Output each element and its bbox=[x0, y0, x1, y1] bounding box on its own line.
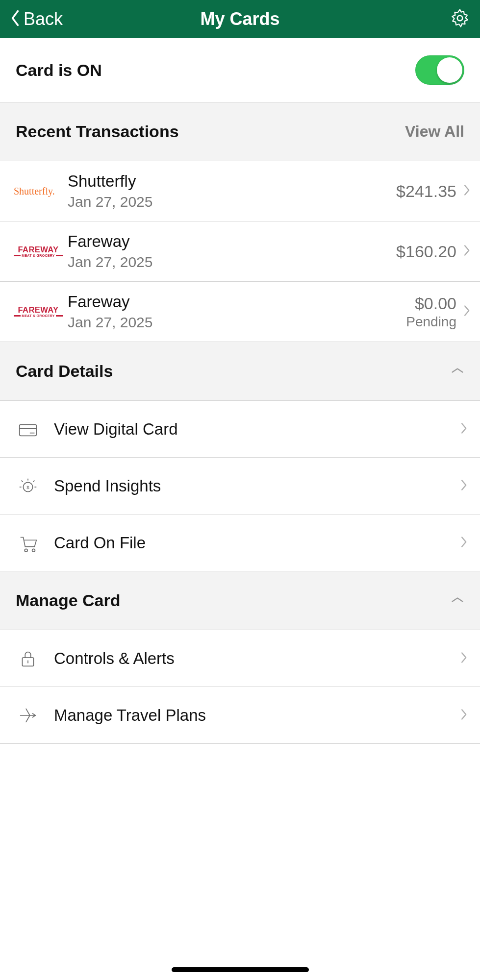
chevron-right-icon bbox=[463, 183, 471, 199]
svg-point-11 bbox=[25, 549, 27, 552]
back-button[interactable]: Back bbox=[10, 9, 63, 29]
svg-line-10 bbox=[33, 480, 35, 482]
manage-card-title: Manage Card bbox=[16, 591, 121, 610]
transaction-main: Fareway Jan 27, 2025 bbox=[68, 232, 396, 270]
merchant-logo-fareway: FAREWAY MEAT & GROCERY bbox=[14, 306, 68, 318]
transaction-date: Jan 27, 2025 bbox=[68, 314, 406, 331]
card-details-title: Card Details bbox=[16, 362, 113, 381]
cart-icon bbox=[17, 532, 54, 554]
transaction-row[interactable]: Shutterfly. Shutterfly Jan 27, 2025 $241… bbox=[0, 161, 480, 221]
view-digital-card-row[interactable]: View Digital Card bbox=[0, 401, 480, 458]
home-indicator[interactable] bbox=[172, 967, 309, 972]
toggle-knob bbox=[437, 57, 462, 83]
fareway-logo-sub: MEAT & GROCERY bbox=[22, 314, 54, 318]
recent-transactions-header: Recent Transactions View All bbox=[0, 102, 480, 161]
fareway-logo-text: FAREWAY bbox=[18, 245, 59, 254]
transaction-status: Pending bbox=[406, 314, 456, 330]
menu-label: Card On File bbox=[54, 534, 460, 552]
chevron-right-icon bbox=[460, 421, 468, 437]
plane-icon bbox=[17, 704, 54, 727]
transaction-right: $160.20 bbox=[396, 242, 471, 261]
spend-insights-row[interactable]: $ Spend Insights bbox=[0, 458, 480, 514]
merchant-logo-fareway: FAREWAY MEAT & GROCERY bbox=[14, 245, 68, 257]
card-status-label: Card is ON bbox=[16, 61, 102, 80]
card-details-header[interactable]: Card Details bbox=[0, 342, 480, 401]
transaction-main: Shutterfly Jan 27, 2025 bbox=[68, 172, 396, 210]
shutterfly-logo-text: Shutterfly. bbox=[14, 186, 55, 197]
card-icon bbox=[17, 418, 54, 441]
page-title: My Cards bbox=[200, 9, 279, 29]
chevron-right-icon bbox=[460, 708, 468, 723]
transaction-row[interactable]: FAREWAY MEAT & GROCERY Fareway Jan 27, 2… bbox=[0, 221, 480, 282]
chevron-up-icon bbox=[451, 595, 464, 607]
menu-label: Manage Travel Plans bbox=[54, 706, 460, 725]
controls-alerts-row[interactable]: Controls & Alerts bbox=[0, 630, 480, 687]
transaction-date: Jan 27, 2025 bbox=[68, 254, 396, 270]
settings-button[interactable] bbox=[450, 8, 470, 30]
menu-label: Spend Insights bbox=[54, 477, 460, 495]
chevron-right-icon bbox=[463, 304, 471, 319]
lock-icon bbox=[17, 647, 54, 670]
svg-line-9 bbox=[22, 480, 23, 482]
chevron-right-icon bbox=[460, 535, 468, 551]
transaction-merchant: Fareway bbox=[68, 232, 396, 251]
manage-card-header[interactable]: Manage Card bbox=[0, 571, 480, 630]
transaction-right: $0.00 Pending bbox=[406, 294, 471, 330]
menu-label: View Digital Card bbox=[54, 420, 460, 439]
svg-point-12 bbox=[32, 549, 35, 552]
svg-point-0 bbox=[457, 16, 463, 21]
transaction-row[interactable]: FAREWAY MEAT & GROCERY Fareway Jan 27, 2… bbox=[0, 282, 480, 342]
gear-icon bbox=[450, 22, 470, 30]
transaction-amount: $0.00 bbox=[406, 294, 456, 313]
merchant-logo-shutterfly: Shutterfly. bbox=[14, 186, 68, 197]
chevron-right-icon bbox=[460, 651, 468, 666]
card-on-file-row[interactable]: Card On File bbox=[0, 514, 480, 571]
svg-text:$: $ bbox=[26, 484, 29, 490]
transaction-merchant: Fareway bbox=[68, 293, 406, 311]
card-status-row: Card is ON bbox=[0, 38, 480, 102]
transaction-amount: $160.20 bbox=[396, 242, 456, 261]
transaction-amount: $241.35 bbox=[396, 182, 456, 201]
chevron-up-icon bbox=[451, 366, 464, 377]
view-all-link[interactable]: View All bbox=[405, 122, 464, 141]
transaction-date: Jan 27, 2025 bbox=[68, 194, 396, 210]
app-header: Back My Cards bbox=[0, 0, 480, 38]
svg-rect-1 bbox=[20, 424, 37, 436]
home-indicator-area bbox=[0, 744, 480, 980]
back-label: Back bbox=[24, 9, 63, 29]
transaction-main: Fareway Jan 27, 2025 bbox=[68, 293, 406, 331]
fareway-logo-text: FAREWAY bbox=[18, 305, 59, 314]
chevron-right-icon bbox=[463, 244, 471, 259]
transaction-merchant: Shutterfly bbox=[68, 172, 396, 191]
menu-label: Controls & Alerts bbox=[54, 649, 460, 668]
lightbulb-icon: $ bbox=[17, 475, 54, 497]
transaction-right: $241.35 bbox=[396, 182, 471, 201]
recent-transactions-title: Recent Transactions bbox=[16, 122, 179, 141]
chevron-right-icon bbox=[460, 478, 468, 494]
card-on-toggle[interactable] bbox=[415, 55, 464, 85]
manage-travel-plans-row[interactable]: Manage Travel Plans bbox=[0, 687, 480, 744]
fareway-logo-sub: MEAT & GROCERY bbox=[22, 254, 54, 257]
chevron-left-icon bbox=[10, 9, 21, 29]
